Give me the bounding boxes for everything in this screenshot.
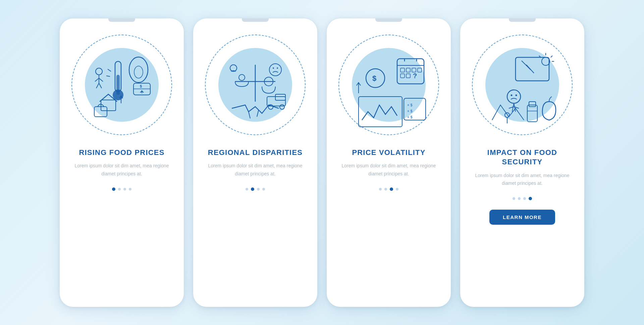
cards-container: $ RISING FOOD PRICES: [46, 5, 598, 320]
svg-text:× $: × $: [407, 103, 413, 107]
svg-rect-61: [527, 105, 537, 122]
dot-3-1: [379, 188, 382, 191]
dot-1-1: [112, 187, 115, 191]
svg-rect-36: [418, 68, 422, 72]
dot-3-4: [396, 188, 398, 191]
dot-2-3: [257, 188, 260, 191]
card-2-description: Lorem ipsum dolor sit dim amet, mea regi…: [193, 157, 317, 178]
illustration-price-volatility: ? $ × $ × $ × $: [327, 24, 451, 145]
card-food-security: IMPACT ON FOOD SECURITY Lorem ipsum dolo…: [460, 18, 584, 307]
svg-rect-35: [412, 68, 416, 72]
svg-rect-2: [116, 75, 120, 95]
card-regional-disparities: REGIONAL DISPARITIES Lorem ipsum dolor s…: [193, 18, 317, 307]
svg-rect-37: [400, 74, 405, 78]
svg-point-6: [134, 66, 143, 78]
svg-point-51: [542, 57, 550, 65]
card-4-title: IMPACT ON FOOD SECURITY: [460, 148, 584, 167]
svg-point-25: [277, 67, 278, 69]
dot-4-2: [518, 197, 521, 200]
illustration-rising-food-prices: $: [60, 24, 184, 145]
svg-rect-27: [275, 94, 285, 100]
card-4-description: Lorem ipsum dolor sit dim amet, mea regi…: [460, 167, 584, 188]
svg-text:× $: × $: [407, 115, 413, 119]
svg-line-18: [99, 83, 102, 88]
svg-line-15: [95, 78, 99, 82]
svg-rect-62: [529, 102, 536, 107]
card-2-title: REGIONAL DISPARITIES: [197, 148, 313, 158]
illustration-food-security: [460, 24, 584, 145]
card-2-dots: [246, 187, 265, 191]
svg-line-16: [99, 78, 103, 82]
svg-line-3: [108, 69, 111, 71]
svg-point-29: [280, 105, 284, 109]
dot-1-4: [129, 188, 131, 191]
svg-text:?: ?: [413, 72, 417, 79]
dot-2-4: [262, 188, 265, 191]
svg-rect-38: [406, 74, 410, 78]
dot-2-1: [246, 188, 248, 191]
svg-point-57: [511, 94, 513, 96]
card-3-title: PRICE VOLATILITY: [341, 148, 436, 158]
svg-line-4: [106, 76, 110, 76]
svg-rect-33: [400, 68, 405, 72]
svg-line-53: [551, 56, 552, 57]
phone-notch-4: [509, 18, 536, 22]
svg-rising-prices: $: [71, 35, 172, 135]
svg-regional-disparities: [205, 35, 306, 135]
card-1-description: Lorem ipsum dolor sit dim amet, mea regi…: [60, 157, 184, 178]
dot-1-2: [118, 188, 121, 191]
svg-line-17: [96, 83, 99, 88]
svg-text:$: $: [140, 84, 142, 88]
card-1-title: RISING FOOD PRICES: [68, 148, 175, 158]
card-4-dots: [513, 197, 532, 200]
card-rising-food-prices: $ RISING FOOD PRICES: [60, 18, 184, 307]
svg-text:$: $: [372, 74, 376, 83]
svg-rect-42: [359, 97, 402, 127]
dot-4-1: [513, 197, 515, 200]
svg-rect-31: [397, 59, 424, 84]
dot-1-3: [123, 188, 126, 191]
svg-point-23: [269, 64, 281, 76]
svg-rect-34: [406, 68, 410, 72]
dot-2-2: [251, 187, 254, 191]
svg-point-24: [273, 67, 274, 69]
dot-4-3: [523, 197, 526, 200]
phone-notch-3: [375, 18, 402, 22]
svg-rect-50: [516, 57, 549, 81]
phone-notch-1: [108, 18, 135, 22]
card-price-volatility: ? $ × $ × $ × $ PRICE VOLATILITY: [327, 18, 451, 307]
svg-food-security: [472, 35, 573, 135]
dot-4-4: [529, 197, 532, 200]
svg-point-21: [239, 74, 245, 80]
illustration-regional-disparities: [193, 24, 317, 145]
svg-point-56: [507, 90, 521, 103]
svg-text:× $: × $: [407, 109, 413, 113]
card-1-dots: [112, 187, 131, 191]
card-3-description: Lorem ipsum dolor sit dim amet, mea regi…: [327, 157, 451, 178]
dot-3-3: [390, 187, 393, 191]
svg-price-volatility: ? $ × $ × $ × $: [338, 35, 439, 135]
dot-3-2: [384, 188, 387, 191]
svg-point-58: [516, 94, 517, 96]
card-3-dots: [379, 187, 398, 191]
svg-point-13: [96, 68, 102, 75]
phone-notch-2: [242, 18, 269, 22]
learn-more-button[interactable]: LEARN MORE: [489, 210, 555, 225]
